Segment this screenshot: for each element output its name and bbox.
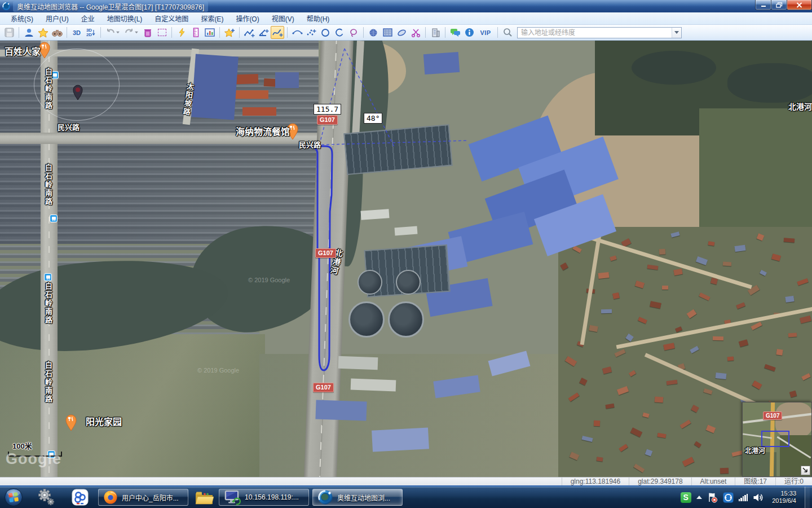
arc-circle-tool-icon[interactable]: [333, 26, 346, 39]
village-roof: [691, 405, 699, 413]
village-roof: [606, 404, 615, 409]
redo-icon[interactable]: [122, 26, 140, 39]
settings-gears-icon[interactable]: [35, 488, 58, 507]
menu-custom-map[interactable]: 自定义地图: [148, 12, 195, 24]
chat-icon[interactable]: [448, 26, 462, 39]
netdisk-icon[interactable]: [69, 488, 91, 507]
minimap[interactable]: G107 北港河: [742, 402, 812, 477]
restaurant-poi-icon[interactable]: [65, 414, 77, 433]
add-polyline-icon[interactable]: [242, 26, 256, 39]
scatter-points-icon[interactable]: [304, 26, 318, 39]
dark-pin-marker[interactable]: [72, 85, 83, 103]
menu-operation[interactable]: 操作(O): [230, 12, 265, 24]
sphere-region-icon[interactable]: [367, 26, 380, 39]
favorite-star-icon[interactable]: [36, 26, 50, 39]
map-copyright: © 2019 Google: [197, 367, 239, 374]
village-roof: [612, 292, 620, 299]
status-zoom-level: 图级:17: [735, 478, 775, 485]
village-roof: [703, 388, 712, 395]
clock-date: 2019/6/4: [772, 497, 796, 505]
village-roof: [757, 233, 765, 240]
close-button[interactable]: [787, 0, 812, 10]
toggle-3d-2d-icon[interactable]: 3D2D: [84, 26, 98, 39]
village-roof: [764, 364, 775, 371]
village-roof: [597, 457, 603, 461]
sogou-input-icon[interactable]: S: [681, 492, 691, 503]
show-desktop-button[interactable]: [805, 487, 810, 508]
vip-button[interactable]: VIP: [476, 26, 495, 39]
taskbar-window-remote[interactable]: 10.156.198.119:...: [219, 489, 309, 506]
google-watermark: Google: [6, 450, 61, 468]
search-icon[interactable]: [501, 26, 514, 39]
circle-tool-icon[interactable]: [319, 26, 332, 39]
pen-ellipse-icon[interactable]: [395, 26, 408, 39]
network-signal-icon[interactable]: [739, 494, 748, 501]
village-roof: [634, 464, 645, 473]
arc-tool-icon[interactable]: [290, 26, 304, 39]
lasso-tool-icon[interactable]: [347, 26, 360, 39]
action-center-flag-icon[interactable]: [707, 492, 718, 503]
taskbar-window-usercenter[interactable]: 用户中心_岳阳市...: [98, 489, 188, 506]
region-fill-icon[interactable]: [381, 26, 394, 39]
screen-monitor-icon[interactable]: [203, 26, 217, 39]
menu-system[interactable]: 系统(S): [5, 12, 39, 24]
village-roof: [645, 449, 653, 456]
village-roof: [650, 301, 661, 309]
status-glat: glat:29.349178: [629, 478, 691, 485]
menu-bar: 系统(S) 用户(U) 企业 地图切换(L) 自定义地图 探索(E) 操作(O)…: [0, 12, 812, 25]
terrain-patch: [727, 63, 812, 103]
add-placemark-icon[interactable]: [223, 26, 236, 39]
village-roof: [657, 433, 667, 438]
village-roof: [670, 231, 679, 238]
terrain-patch: [632, 51, 716, 85]
terrain-patch: [191, 54, 239, 120]
menu-user[interactable]: 用户(U): [39, 12, 75, 24]
info-icon[interactable]: [462, 26, 476, 39]
village-roof: [800, 316, 811, 323]
menu-view[interactable]: 视图(V): [266, 12, 301, 24]
menu-map-switch[interactable]: 地图切换(L): [101, 12, 149, 24]
delete-icon[interactable]: [141, 26, 155, 39]
quick-measure-icon[interactable]: [175, 26, 188, 39]
village-roof: [739, 339, 748, 347]
address-search-input[interactable]: [518, 28, 672, 37]
clock[interactable]: 15:33 2019/6/4: [772, 490, 796, 505]
menu-help[interactable]: 帮助(H): [301, 12, 336, 24]
map-viewport[interactable]: 百姓人家 海纳物流餐馆 阳光家园 民兴路 民兴路 白石岭南路 白石岭南路 白石岭…: [0, 41, 812, 477]
search-dropdown-button[interactable]: [672, 28, 681, 38]
view-3d-icon[interactable]: 3D: [70, 26, 83, 39]
minimize-button[interactable]: [755, 0, 771, 10]
village-roof: [635, 281, 645, 288]
add-angle-icon[interactable]: [257, 26, 270, 39]
poi-label-baixing: 百姓人家: [5, 44, 41, 58]
minimap-expand-button[interactable]: [801, 466, 810, 475]
firefox-icon: [103, 490, 118, 505]
menu-explore[interactable]: 探索(E): [195, 12, 230, 24]
building-icon[interactable]: [429, 26, 442, 39]
add-curve-icon[interactable]: [271, 26, 284, 39]
village-roof: [713, 336, 723, 340]
start-button[interactable]: [2, 488, 25, 507]
village-roof: [647, 265, 659, 270]
teamviewer-icon[interactable]: [723, 492, 734, 503]
show-hidden-icons-button[interactable]: [696, 496, 702, 499]
binoculars-icon[interactable]: [50, 26, 64, 39]
taskbar-window-ovimap[interactable]: 奥维互动地图浏...: [312, 489, 403, 506]
save-icon[interactable]: [2, 26, 16, 39]
select-region-icon[interactable]: [155, 26, 169, 39]
ruler-icon[interactable]: [189, 26, 202, 39]
village-roof: [568, 392, 580, 401]
river-label-beigang: 北港河: [788, 100, 812, 112]
user-icon[interactable]: [22, 26, 36, 39]
title-bar[interactable]: 奥维互动地图浏览器 -- Google卫星混合图[17] [T177073098…: [0, 0, 812, 12]
menu-enterprise[interactable]: 企业: [75, 12, 101, 24]
village-roof: [716, 373, 727, 379]
village-roof: [760, 270, 767, 276]
volume-icon[interactable]: [753, 493, 764, 502]
terrain-patch: [358, 270, 382, 295]
explorer-folder-icon[interactable]: [193, 488, 215, 507]
restore-button[interactable]: [771, 0, 787, 10]
scissors-icon[interactable]: [409, 26, 422, 39]
minimap-extent-rect[interactable]: [761, 431, 789, 447]
undo-icon[interactable]: [104, 26, 122, 39]
